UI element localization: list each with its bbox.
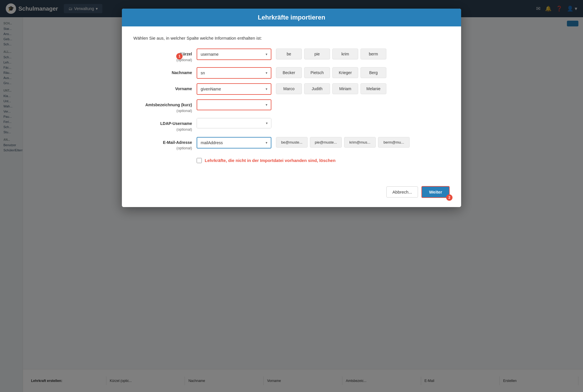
select-kurzel[interactable]: username ▾ (197, 49, 271, 59)
data-cell-email-4: berm@mu... (378, 137, 410, 148)
select-wrapper-nachname: sn ▾ (197, 67, 271, 79)
form-row-email: E-Mail-Adresse(optional) mailAddress ▾ b… (133, 137, 450, 151)
label-amts: Amtsbezeichnung (kurz)(optional) (133, 99, 197, 113)
form-row-amts: Amtsbezeichnung (kurz)(optional) ▾ (133, 99, 450, 113)
chevron-icon-amts: ▾ (266, 103, 267, 107)
data-cell-kurzel-4: berm (360, 49, 386, 59)
label-vorname: Vorname (133, 83, 197, 92)
weiter-button-container: Weiter 2 (421, 186, 450, 198)
label-ldap: LDAP-Username(optional) (133, 118, 197, 132)
delete-checkbox[interactable] (197, 158, 202, 163)
data-cell-kurzel-1: be (276, 49, 302, 59)
select-wrapper-ldap: ▾ (197, 118, 271, 128)
weiter-button[interactable]: Weiter (421, 186, 450, 198)
modal-header: Lehrkräfte importieren (122, 9, 461, 26)
label-nachname: Nachname (133, 67, 197, 76)
select-wrapper-amts: ▾ (197, 99, 271, 110)
select-cell-amts: ▾ (197, 99, 271, 110)
select-email[interactable]: mailAddress ▾ (197, 138, 271, 148)
data-cell-nachname-1: Becker (276, 67, 302, 78)
import-modal: Lehrkräfte importieren Wählen Sie aus, i… (122, 9, 461, 207)
form-row-nachname: Nachname sn ▾ Becker Pietsch Krieger Ber… (133, 67, 450, 79)
modal-body: Wählen Sie aus, in welcher Spalte welche… (122, 26, 461, 181)
label-optional-email: (optional) (177, 146, 192, 150)
data-cell-vorname-2: Judith (304, 83, 330, 94)
modal-title: Lehrkräfte importieren (258, 14, 325, 21)
checkbox-row: Lehrkräfte, die nicht in der Importdatei… (133, 158, 450, 163)
select-vorname-value: givenName (201, 87, 221, 91)
cancel-button[interactable]: Abbrech... (386, 186, 418, 198)
data-cell-email-3: krim@mus... (344, 137, 376, 148)
select-wrapper-email: mailAddress ▾ (197, 137, 271, 148)
select-cell-nachname: sn ▾ (197, 67, 271, 79)
label-optional-amts: (optional) (177, 109, 192, 113)
data-cell-email-1: be@muste... (276, 137, 308, 148)
select-wrapper-kurzel: username ▾ (197, 49, 271, 60)
select-kurzel-value: username (201, 52, 218, 57)
chevron-icon-email: ▾ (266, 141, 267, 145)
data-cell-email-2: pie@muste... (310, 137, 342, 148)
data-cell-vorname-1: Marco (276, 83, 302, 94)
form-row-kurzel: 1 Kürzel(optional) username ▾ be pie (133, 49, 450, 63)
select-cell-ldap: ▾ (197, 118, 271, 128)
select-cell-email: mailAddress ▾ (197, 137, 271, 148)
data-cells-kurzel: be pie krim berm (276, 49, 450, 59)
select-nachname-value: sn (201, 71, 205, 75)
data-cell-vorname-3: Miriam (332, 83, 358, 94)
chevron-icon-kurzel: ▾ (266, 52, 267, 56)
label-kurzel: 1 Kürzel(optional) (133, 49, 197, 63)
select-nachname[interactable]: sn ▾ (197, 68, 271, 78)
chevron-icon-ldap: ▾ (266, 121, 268, 125)
data-cell-nachname-3: Krieger (332, 67, 358, 78)
data-cell-vorname-4: Melanie (360, 83, 386, 94)
form-row-vorname: Vorname givenName ▾ Marco Judith Miriam … (133, 83, 450, 95)
label-optional-ldap: (optional) (177, 127, 192, 132)
badge-2: 2 (446, 194, 452, 201)
modal-footer: Abbrech... Weiter 2 (122, 181, 461, 207)
data-cells-email: be@muste... pie@muste... krim@mus... ber… (276, 137, 450, 148)
modal-overlay: Lehrkräfte importieren Wählen Sie aus, i… (0, 0, 583, 392)
data-cell-kurzel-2: pie (304, 49, 330, 59)
select-ldap[interactable]: ▾ (197, 118, 271, 128)
form-row-ldap: LDAP-Username(optional) ▾ (133, 118, 450, 132)
data-cell-nachname-2: Pietsch (304, 67, 330, 78)
select-wrapper-vorname: givenName ▾ (197, 83, 271, 95)
select-email-value: mailAddress (201, 140, 223, 145)
data-cell-nachname-4: Berg (360, 67, 386, 78)
select-cell-kurzel: username ▾ (197, 49, 271, 60)
data-cells-nachname: Becker Pietsch Krieger Berg (276, 67, 450, 78)
data-cells-vorname: Marco Judith Miriam Melanie (276, 83, 450, 94)
chevron-icon-nachname: ▾ (266, 71, 267, 75)
select-cell-vorname: givenName ▾ (197, 83, 271, 95)
select-vorname[interactable]: givenName ▾ (197, 84, 271, 94)
chevron-icon-vorname: ▾ (266, 87, 267, 91)
label-email: E-Mail-Adresse(optional) (133, 137, 197, 151)
select-amts[interactable]: ▾ (197, 100, 271, 110)
modal-description: Wählen Sie aus, in welcher Spalte welche… (133, 36, 450, 40)
data-cell-kurzel-3: krim (332, 49, 358, 59)
checkbox-label[interactable]: Lehrkräfte, die nicht in der Importdatei… (205, 158, 335, 163)
